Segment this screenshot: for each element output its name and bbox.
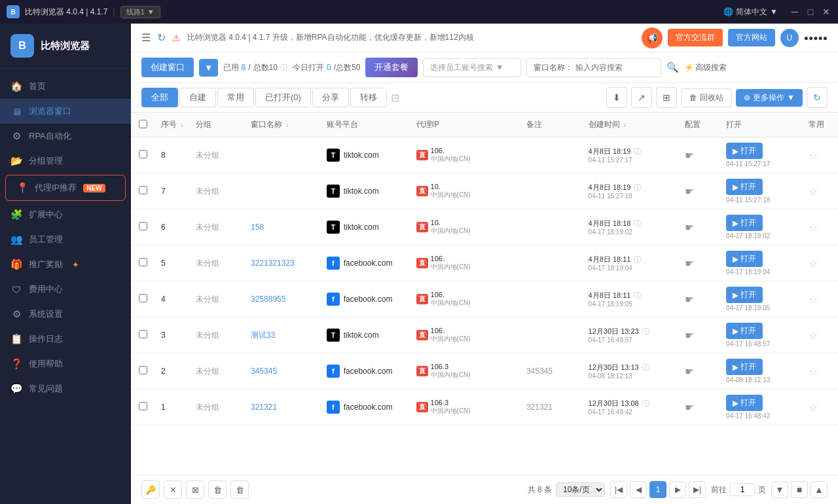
more-operations-button[interactable]: ⊛ 更多操作 ▼ — [736, 89, 803, 107]
time-info-icon[interactable]: ⓘ — [642, 363, 649, 371]
share-icon[interactable]: ↗ — [631, 87, 652, 108]
sidebar-item-help[interactable]: ❓ 使用帮助 — [0, 351, 131, 376]
sidebar-item-billing[interactable]: 🛡 费用中心 — [0, 277, 131, 302]
time-info-icon[interactable]: ⓘ — [642, 327, 649, 335]
star-icon[interactable]: ☆ — [809, 294, 818, 305]
grid-icon[interactable]: ⊞ — [656, 87, 677, 108]
sidebar-item-rpa[interactable]: ⚙ RPA自动化 — [0, 124, 131, 149]
sidebar-item-rewards[interactable]: 🎁 推广奖励 ✦ — [0, 252, 131, 277]
open-window-button[interactable]: ▶ 打开 — [726, 359, 763, 375]
open-window-button[interactable]: ▶ 打开 — [726, 287, 763, 303]
row-checkbox[interactable] — [139, 222, 147, 230]
official-website-button[interactable]: 官方网站 — [728, 29, 775, 46]
page-jump-input[interactable] — [729, 483, 756, 496]
sidebar-item-proxy-ip[interactable]: 📍 代理IP推荐 NEW — [5, 175, 126, 201]
more-tabs-icon[interactable]: ⊟ — [391, 92, 399, 104]
open-window-button[interactable]: ▶ 打开 — [726, 251, 763, 267]
table-refresh-button[interactable]: ↻ — [807, 87, 828, 108]
time-info-icon[interactable]: ⓘ — [642, 399, 649, 407]
batch-recycle-icon[interactable]: 🗑 — [208, 480, 227, 499]
page-size-select[interactable]: 10条/页 20条/页 50条/页 — [556, 482, 605, 497]
scroll-down-button[interactable]: ▼ — [771, 481, 788, 498]
language-selector[interactable]: 🌐 简体中文 ▼ — [723, 7, 778, 18]
batch-delete-icon[interactable]: 🗑 — [230, 480, 249, 499]
menu-icon[interactable]: ☰ — [141, 31, 151, 44]
page-last-button[interactable]: ▶| — [689, 481, 706, 498]
fingerprint-icon[interactable]: ☛ — [685, 222, 694, 233]
search-button[interactable]: 🔍 — [666, 62, 679, 73]
community-button[interactable]: 官方交流群 — [668, 29, 723, 46]
star-icon[interactable]: ☆ — [809, 258, 818, 269]
star-icon[interactable]: ☆ — [809, 222, 818, 233]
row-checkbox[interactable] — [139, 150, 147, 158]
row-checkbox[interactable] — [139, 330, 147, 338]
advanced-search-button[interactable]: ⚡ 高级搜索 — [684, 62, 727, 73]
open-window-button[interactable]: ▶ 打开 — [726, 143, 763, 159]
tab-self[interactable]: 自建 — [179, 88, 216, 107]
page-1-button[interactable]: 1 — [649, 481, 666, 498]
scroll-up-button[interactable]: ▲ — [811, 481, 828, 498]
page-next-button[interactable]: ▶ — [669, 481, 686, 498]
batch-export-icon[interactable]: ⊠ — [186, 480, 204, 499]
import-icon[interactable]: ⬇ — [606, 87, 627, 108]
sidebar-item-home[interactable]: 🏠 首页 — [0, 74, 131, 99]
close-button[interactable]: ✕ — [821, 7, 831, 17]
fingerprint-icon[interactable]: ☛ — [685, 186, 694, 197]
sidebar-item-browser-windows[interactable]: 🖥 浏览器窗口 — [0, 99, 131, 124]
select-all-checkbox[interactable] — [139, 120, 147, 128]
star-icon[interactable]: ☆ — [809, 150, 818, 161]
time-info-icon[interactable]: ⓘ — [634, 219, 641, 227]
sidebar-item-settings[interactable]: ⚙ 系统设置 — [0, 302, 131, 327]
fingerprint-icon[interactable]: ☛ — [685, 330, 694, 341]
sidebar-item-extensions[interactable]: 🧩 扩展中心 — [0, 202, 131, 227]
open-window-button[interactable]: ▶ 打开 — [726, 215, 763, 231]
page-prev-button[interactable]: ◀ — [630, 481, 647, 498]
scroll-stop-button[interactable]: ■ — [791, 481, 808, 498]
maximize-button[interactable]: □ — [805, 7, 816, 17]
page-first-button[interactable]: |◀ — [610, 481, 627, 498]
star-icon[interactable]: ☆ — [809, 402, 818, 413]
sidebar-item-group[interactable]: 📂 分组管理 — [0, 149, 131, 173]
time-info-icon[interactable]: ⓘ — [634, 147, 641, 155]
create-dropdown-button[interactable]: ▼ — [199, 59, 218, 77]
fingerprint-icon[interactable]: ☛ — [685, 402, 694, 413]
sidebar-item-logs[interactable]: 📋 操作日志 — [0, 327, 131, 351]
sidebar-item-employees[interactable]: 👥 员工管理 — [0, 227, 131, 252]
star-icon[interactable]: ☆ — [809, 366, 818, 377]
fingerprint-icon[interactable]: ☛ — [685, 294, 694, 305]
open-window-button[interactable]: ▶ 打开 — [726, 179, 763, 195]
usage-info-icon[interactable]: ⓘ — [280, 63, 287, 73]
create-window-button[interactable]: 创建窗口 — [141, 58, 194, 77]
row-checkbox[interactable] — [139, 186, 147, 194]
fingerprint-icon[interactable]: ☛ — [685, 366, 694, 377]
star-icon[interactable]: ☆ — [809, 330, 818, 341]
row-checkbox[interactable] — [139, 366, 147, 374]
refresh-icon[interactable]: ↻ — [157, 31, 166, 44]
recycle-bin-button[interactable]: 🗑 回收站 — [681, 88, 732, 107]
tab-all[interactable]: 全部 — [141, 88, 178, 107]
tab-opened[interactable]: 已打开(0) — [255, 88, 311, 107]
sidebar-item-faq[interactable]: 💬 常见问题 — [0, 376, 131, 401]
employee-search-dropdown[interactable]: 选择员工账号搜索 ▼ — [423, 58, 521, 77]
minimize-button[interactable]: ─ — [790, 7, 800, 17]
time-info-icon[interactable]: ⓘ — [634, 291, 641, 299]
star-icon[interactable]: ☆ — [809, 186, 818, 197]
fingerprint-icon[interactable]: ☛ — [685, 258, 694, 269]
row-checkbox[interactable] — [139, 402, 147, 410]
open-window-button[interactable]: ▶ 打开 — [726, 323, 763, 339]
tab-transfer[interactable]: 转移 — [350, 88, 387, 107]
search-input[interactable] — [575, 63, 654, 72]
plan-button[interactable]: 开通套餐 — [365, 58, 418, 77]
network-line[interactable]: 线路1 ▼ — [120, 6, 160, 18]
row-checkbox[interactable] — [139, 294, 147, 302]
tab-share[interactable]: 分享 — [312, 88, 349, 107]
tab-common[interactable]: 常用 — [217, 88, 254, 107]
batch-open-icon[interactable]: 🔑 — [141, 480, 160, 499]
time-info-icon[interactable]: ⓘ — [634, 255, 641, 263]
table-action-icons: ⬇ ↗ ⊞ 🗑 回收站 ⊛ 更多操作 ▼ ↻ — [606, 87, 828, 108]
open-window-button[interactable]: ▶ 打开 — [726, 395, 763, 411]
fingerprint-icon[interactable]: ☛ — [685, 150, 694, 161]
row-checkbox[interactable] — [139, 258, 147, 266]
time-info-icon[interactable]: ⓘ — [634, 183, 641, 191]
batch-close-icon[interactable]: ✕ — [164, 480, 182, 499]
